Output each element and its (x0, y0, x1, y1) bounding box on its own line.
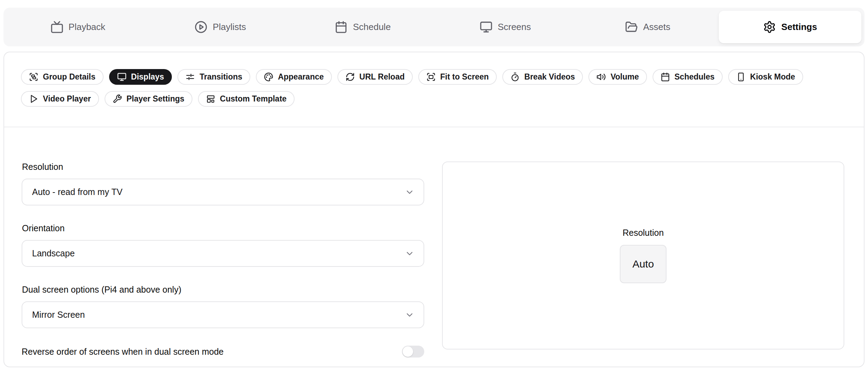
chip-player-settings[interactable]: Player Settings (105, 91, 192, 107)
tab-assets[interactable]: Assets (577, 11, 719, 43)
tab-schedule[interactable]: Schedule (291, 11, 434, 43)
chip-url-reload[interactable]: URL Reload (337, 69, 413, 85)
wrench-icon (113, 94, 122, 104)
chip-displays[interactable]: Displays (109, 69, 172, 85)
chip-label: Group Details (43, 72, 96, 82)
chip-custom-template[interactable]: Custom Template (198, 91, 295, 107)
monitor-icon (480, 21, 493, 33)
calendar-icon (661, 72, 670, 82)
chevron-down-icon (405, 249, 414, 258)
chip-label: Volume (610, 72, 639, 82)
chevron-down-icon (405, 187, 414, 197)
settings-panel: Group Details Displays Transitions Appea… (3, 52, 865, 367)
chip-label: URL Reload (359, 72, 405, 82)
chip-group-details[interactable]: Group Details (21, 69, 104, 85)
tab-settings[interactable]: Settings (719, 11, 861, 43)
resolution-preview-panel: Resolution Auto (442, 161, 844, 349)
chip-appearance[interactable]: Appearance (256, 69, 332, 85)
chip-fit-to-screen[interactable]: Fit to Screen (418, 69, 497, 85)
resolution-select-value: Auto - read from my TV (32, 187, 122, 197)
tab-label: Assets (643, 22, 670, 32)
top-nav: Playback Playlists Schedule Screens Asse… (3, 8, 865, 46)
dual-screen-select-value: Mirror Screen (32, 310, 85, 320)
play-icon (29, 94, 38, 104)
tab-label: Schedule (353, 22, 390, 32)
volume-icon (596, 72, 606, 82)
chip-schedules[interactable]: Schedules (653, 69, 723, 85)
folder-open-icon (625, 21, 638, 33)
refresh-icon (345, 72, 355, 82)
tab-label: Screens (498, 22, 531, 32)
chip-label: Appearance (278, 72, 324, 82)
palette-icon (264, 72, 273, 82)
tab-playlists[interactable]: Playlists (149, 11, 292, 43)
displays-settings-content: Resolution Auto - read from my TV Orient… (4, 127, 864, 358)
chip-video-player[interactable]: Video Player (21, 91, 99, 107)
tab-screens[interactable]: Screens (434, 11, 577, 43)
displays-form: Resolution Auto - read from my TV Orient… (22, 161, 424, 358)
preview-resolution-value: Auto (620, 245, 667, 283)
smartphone-icon (736, 72, 746, 82)
chip-kiosk-mode[interactable]: Kiosk Mode (728, 69, 803, 85)
resolution-label: Resolution (22, 161, 424, 172)
chip-label: Kiosk Mode (750, 72, 795, 82)
chip-label: Break Videos (524, 72, 575, 82)
tv-icon (51, 21, 63, 33)
orientation-select-value: Landscape (32, 248, 75, 258)
calendar-icon (335, 21, 348, 33)
tab-playback[interactable]: Playback (7, 11, 149, 43)
orientation-label: Orientation (22, 223, 424, 234)
layout-icon (206, 94, 215, 104)
chip-label: Player Settings (127, 94, 184, 104)
reverse-order-toggle[interactable] (402, 346, 424, 358)
dual-screen-select[interactable]: Mirror Screen (22, 301, 424, 328)
dual-screen-label: Dual screen options (Pi4 and above only) (22, 284, 424, 295)
tab-label: Settings (781, 22, 817, 32)
circle-play-icon (195, 21, 207, 33)
chip-volume[interactable]: Volume (588, 69, 647, 85)
resolution-select[interactable]: Auto - read from my TV (22, 179, 424, 205)
fullscreen-icon (426, 72, 436, 82)
settings-category-chips: Group Details Displays Transitions Appea… (4, 52, 864, 107)
tab-label: Playback (69, 22, 106, 32)
sliders-icon (185, 72, 195, 82)
chip-break-videos[interactable]: Break Videos (502, 69, 583, 85)
reverse-order-row: Reverse order of screens when in dual sc… (22, 346, 424, 358)
chip-label: Displays (131, 72, 164, 82)
chip-transitions[interactable]: Transitions (177, 69, 250, 85)
gear-icon (763, 21, 776, 33)
chip-label: Transitions (199, 72, 242, 82)
chip-label: Custom Template (220, 94, 287, 104)
chevron-down-icon (405, 310, 414, 320)
group-icon (29, 72, 38, 82)
orientation-select[interactable]: Landscape (22, 240, 424, 267)
settings-page: Playback Playlists Schedule Screens Asse… (0, 0, 868, 376)
tab-label: Playlists (213, 22, 246, 32)
reverse-order-label: Reverse order of screens when in dual sc… (22, 347, 223, 357)
chip-label: Video Player (43, 94, 91, 104)
timer-icon (510, 72, 520, 82)
chip-label: Fit to Screen (440, 72, 489, 82)
monitor-icon (117, 72, 127, 82)
preview-resolution-label: Resolution (623, 228, 664, 238)
toggle-knob (403, 346, 413, 357)
chip-label: Schedules (675, 72, 715, 82)
